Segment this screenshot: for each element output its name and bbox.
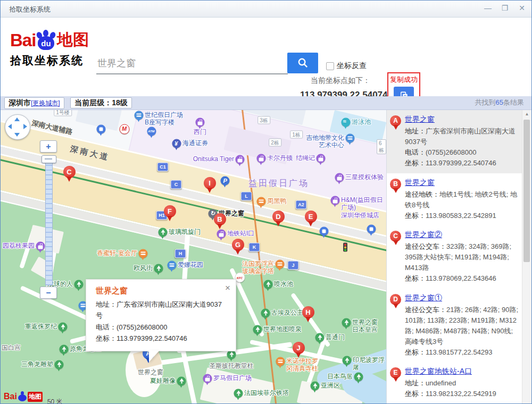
subway-exit-icon: J: [288, 261, 299, 270]
poi-label: 卡尔丹顿: [267, 154, 293, 162]
poi-label: 亚洲区: [321, 382, 340, 389]
result-detail-line: 坐标：113.981577,22.54293: [405, 347, 519, 358]
maximize-icon[interactable]: ❐: [501, 4, 509, 12]
zoom-out-button[interactable]: −: [40, 287, 57, 299]
scrollbar-up-arrow-icon[interactable]: ▲: [522, 110, 531, 119]
subway-exit-icon: L: [241, 192, 252, 201]
baidu-paw-icon: [17, 391, 28, 402]
food-icon: [139, 249, 148, 258]
search-input[interactable]: [96, 53, 288, 74]
popup-title: 世界之窗: [96, 286, 227, 296]
search-icon: [297, 57, 309, 69]
poi-label: 法国埃菲尔铁塔: [244, 389, 289, 397]
subway-exit-icon: K: [249, 243, 260, 252]
minimize-icon[interactable]: —: [484, 4, 492, 12]
subway-exit-icon: C: [171, 180, 182, 189]
popup-coord-line: 坐标：113.979399,22.540746: [96, 333, 227, 344]
transit-entrance-icon: [97, 125, 106, 134]
result-item: E世界之窗地铁站-A口地址：undefined坐标：113.982132,22.…: [387, 362, 522, 403]
change-city-link[interactable]: [更换城市]: [31, 99, 60, 107]
map-pan-control[interactable]: [5, 114, 30, 140]
map-building-label: 3栋: [257, 116, 270, 124]
tree-icon: [343, 356, 352, 365]
tree-icon: [315, 333, 325, 342]
tree-icon: [311, 382, 320, 391]
poi-label: 普通门: [326, 333, 345, 341]
map-baidu-logo: Bai 地图: [4, 391, 43, 402]
result-title-link[interactable]: 世界之窗地铁站-A口: [405, 367, 472, 376]
pan-left-arrow-icon[interactable]: [8, 124, 12, 129]
baidu-paw-icon: du: [36, 30, 56, 51]
result-item: A世界之窗地址：广东省深圳市南山区深南大道9037号电话：(0755)26608…: [387, 110, 522, 173]
map-marker-J[interactable]: J: [293, 342, 305, 354]
map-marker-C[interactable]: C: [63, 166, 76, 178]
poi-label: 世界地图喷泉: [263, 325, 302, 333]
map-canvas[interactable]: 世纪假日广场 B座写字楼西门海通证券Onitsuka Tiger卡尔丹顿结绳记吉…: [1, 110, 386, 404]
poi-label: H&M(益田假日广场) 深圳华侨城店: [341, 196, 386, 219]
map-marker-G[interactable]: G: [232, 239, 244, 251]
map-text-label: 圣斯披托教堂柱: [209, 362, 254, 369]
result-title-link[interactable]: 世界之窗①: [405, 293, 442, 303]
map-marker-E[interactable]: E: [305, 211, 317, 223]
map-building-label: 2栋: [269, 139, 281, 147]
result-title-link[interactable]: 世界之窗②: [405, 230, 442, 240]
tree-icon: [234, 389, 243, 398]
logo-du-text: du: [41, 39, 51, 48]
shopping-icon: [331, 196, 340, 205]
results-count: 共找到65条结果: [475, 96, 524, 109]
tree-icon: [253, 325, 262, 334]
info-icon: [168, 261, 177, 270]
app-window: 拾取坐标系统 — ❐ ✕ Bai du 地图 拾取坐标系统: [0, 0, 532, 404]
result-marker-pin: C: [389, 230, 403, 284]
poi-label: 园荔枝果园: [3, 242, 35, 249]
map-marker-D[interactable]: D: [272, 211, 285, 223]
map-marker-H[interactable]: H: [302, 306, 314, 318]
poi-label: Onitsuka Tiger: [193, 155, 234, 163]
map-marker-B[interactable]: B: [214, 213, 226, 225]
city-tab: 深圳市[更换城市]: [4, 97, 64, 109]
popup-phone-line: 电话：(0755)26608000: [96, 322, 227, 333]
map-text-label: 国白宫: [2, 344, 21, 351]
search-button[interactable]: [287, 53, 318, 73]
poi-label: 海通证券: [182, 139, 208, 147]
popup-close-icon[interactable]: ×: [225, 283, 230, 293]
poi-label: 世纪假日广场 B座写字楼: [145, 111, 183, 127]
result-title-link[interactable]: 世界之窗: [405, 178, 435, 188]
header: Bai du 地图 拾取坐标系统 坐标反查 当前坐标点如下： 113.97939…: [1, 18, 531, 96]
zoom-slider-track[interactable]: [45, 156, 53, 285]
pan-right-arrow-icon[interactable]: [23, 124, 27, 129]
result-item: B世界之窗途径地铁：地铁1号线; 地铁2号线; 地铁8号线坐标：113.9805…: [387, 173, 522, 225]
map-building-label: 1号楼: [54, 110, 72, 116]
toolbar: 深圳市[更换城市] 当前层级：18级 共找到65条结果: [1, 96, 531, 110]
close-icon[interactable]: ✕: [518, 4, 526, 12]
result-marker-pin: B: [389, 178, 403, 221]
pan-down-arrow-icon[interactable]: [14, 133, 20, 137]
tree-icon: [60, 345, 69, 354]
zoom-slider-thumb[interactable]: [41, 155, 56, 163]
results-sidebar: A世界之窗地址：广东省深圳市南山区深南大道9037号电话：(0755)26608…: [386, 110, 531, 404]
scrollbar-thumb[interactable]: [523, 120, 530, 262]
poi-label: 米诺伊拉罗 冈清真寺柱: [286, 357, 318, 373]
map-marker-I[interactable]: I: [204, 177, 216, 189]
map-mall-label: 益田假日广场: [248, 178, 309, 189]
result-detail-line: 坐标：113.982132,22.542919: [405, 389, 519, 399]
result-detail-line: 途径公交车：323路; 324路; 369路; 395路大站快车; M191路;…: [405, 241, 519, 273]
food-icon: [257, 197, 266, 206]
coord-reverse-checkbox[interactable]: [326, 62, 334, 70]
pan-up-arrow-icon[interactable]: [14, 117, 20, 121]
result-detail-line: 途径地铁：地铁1号线; 地铁2号线; 地铁8号线: [405, 189, 519, 211]
coord-reverse-row: 坐标反查: [326, 61, 367, 71]
results-count-number: 65: [496, 98, 503, 106]
result-title-link[interactable]: 世界之窗: [405, 115, 435, 124]
zoom-in-button[interactable]: +: [40, 140, 57, 153]
main-content: 世纪假日广场 B座写字楼西门海通证券Onitsuka Tiger卡尔丹顿结绳记吉…: [1, 110, 531, 404]
poi-label: 喷水池: [274, 280, 293, 288]
map-marker-F[interactable]: F: [164, 205, 176, 217]
shopping-icon: [335, 173, 344, 182]
map-scale-text: 50 米: [47, 398, 63, 404]
logo-subtitle: 拾取坐标系统: [10, 53, 101, 68]
sidebar-scrollbar[interactable]: ▲: [522, 110, 531, 404]
map-building-label: 6栋: [377, 139, 386, 154]
popup-tail: [149, 350, 160, 362]
result-detail-line: 途径公交车：21路; 26路; 42路; 90路; 101路; 113路; 22…: [405, 305, 519, 348]
